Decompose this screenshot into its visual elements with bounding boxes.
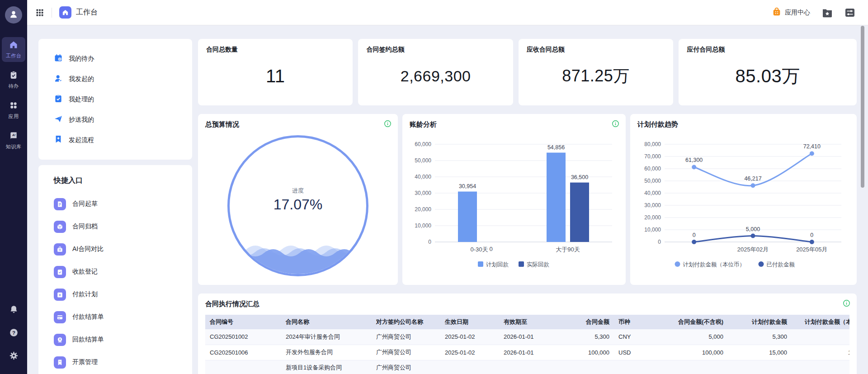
payment-trend-line-chart: 010,00020,00030,00040,00050,00060,00070,… bbox=[637, 129, 849, 273]
ai-book-icon: AI bbox=[9, 131, 18, 142]
workbench-home-icon[interactable] bbox=[59, 6, 71, 19]
table-title: 合同执行情况汇总 bbox=[205, 300, 849, 308]
svg-text:0: 0 bbox=[810, 232, 813, 238]
table-cell: 新项目1设备采购合同 bbox=[281, 360, 372, 374]
table-cell bbox=[792, 329, 849, 345]
quick-item-label: 合同归档 bbox=[72, 223, 98, 231]
page-body: 我的待办 我发起的 我处理的 抄送我的 发起流程 快捷入口 合同起草 合同归档 bbox=[27, 25, 868, 374]
quick-item-3[interactable]: 收款登记 bbox=[54, 260, 177, 283]
svg-text:40,000: 40,000 bbox=[415, 174, 431, 180]
table-cell: 广州商贸公司 bbox=[372, 345, 440, 360]
svg-text:60,000: 60,000 bbox=[644, 166, 661, 172]
info-icon[interactable] bbox=[384, 120, 392, 128]
column-header: 合同金额 bbox=[560, 315, 614, 329]
rail-nav: 工作台 待办 应用 AI 知识库 bbox=[0, 37, 27, 158]
invoice-manage-icon bbox=[54, 356, 66, 369]
clipboard-done-icon bbox=[54, 94, 63, 104]
rail-item-label: 待办 bbox=[9, 83, 19, 90]
svg-text:54,856: 54,856 bbox=[547, 144, 565, 151]
menu-item-3[interactable]: 抄送我的 bbox=[54, 109, 177, 130]
bell-icon[interactable] bbox=[9, 305, 19, 316]
svg-text:0: 0 bbox=[489, 246, 492, 252]
quick-item-2[interactable]: AI合同对比 bbox=[54, 238, 177, 260]
table-row[interactable]: 新项目1设备采购合同广州商贸公司 bbox=[205, 360, 849, 374]
svg-text:40,000: 40,000 bbox=[644, 190, 661, 196]
main-content: 合同总数量 11 合同签约总额 2,669,300 应收合同总额 871.25万… bbox=[198, 39, 857, 374]
quick-item-1[interactable]: 合同归档 bbox=[54, 215, 177, 238]
collection-statement-icon: ¥ bbox=[54, 334, 66, 346]
info-icon[interactable] bbox=[612, 120, 619, 128]
rail-item-todo[interactable]: 待办 bbox=[2, 67, 25, 92]
contract-summary-panel: 合同执行情况汇总 合同编号合同名称对方签约公司名称生效日期有效期至合同金额币种合… bbox=[198, 294, 857, 374]
archive-box-icon bbox=[54, 221, 66, 233]
table-cell bbox=[660, 360, 728, 374]
svg-text:实际回款: 实际回款 bbox=[527, 261, 550, 268]
column-header: 对方签约公司名称 bbox=[372, 315, 440, 329]
stat-value: 2,669,300 bbox=[366, 54, 505, 99]
column-header: 计划付款金额（本位币） bbox=[792, 315, 849, 329]
home-icon bbox=[9, 40, 18, 51]
gauge-label: 进度 bbox=[230, 187, 366, 195]
help-icon[interactable]: ? bbox=[9, 328, 19, 339]
quick-item-label: 回款结算单 bbox=[72, 336, 104, 344]
menu-item-0[interactable]: 我的待办 bbox=[54, 48, 177, 69]
svg-text:0-30天: 0-30天 bbox=[470, 246, 488, 253]
contract-draft-icon bbox=[54, 198, 66, 210]
vertical-scrollbar-thumb[interactable] bbox=[861, 26, 864, 188]
app-launcher-icon[interactable] bbox=[35, 8, 44, 17]
favorites-folder-icon[interactable] bbox=[822, 8, 833, 18]
column-header: 合同金额(不含税) bbox=[660, 315, 728, 329]
menu-item-2[interactable]: 我处理的 bbox=[54, 89, 177, 109]
svg-text:46,217: 46,217 bbox=[744, 175, 761, 182]
quick-entry-card: 快捷入口 合同起草 合同归档 AI合同对比 收款登记 ¥ 付款计划 付款结算单 … bbox=[38, 165, 192, 374]
menu-item-4[interactable]: 发起流程 bbox=[54, 130, 177, 150]
app-center-label: 应用中心 bbox=[785, 9, 810, 17]
table-cell: 2024年审计服务合同 bbox=[281, 329, 372, 345]
payment-statement-icon bbox=[54, 311, 66, 323]
rail-item-knowledge[interactable]: AI 知识库 bbox=[2, 128, 25, 153]
quick-item-4[interactable]: ¥ 付款计划 bbox=[54, 283, 177, 306]
table-cell: 广州商贸公司 bbox=[372, 360, 440, 374]
table-cell: 100,000 bbox=[660, 345, 728, 360]
water-wave bbox=[229, 238, 368, 275]
app-center-button[interactable]: 应用中心 bbox=[772, 7, 810, 18]
table-row[interactable]: CG202501006开发外包服务合同广州商贸公司2025-01-022026-… bbox=[205, 345, 849, 360]
payment-trend-panel: 计划付款趋势 010,00020,00030,00040,00050,00060… bbox=[630, 114, 857, 285]
table-cell bbox=[614, 360, 660, 374]
gear-icon[interactable] bbox=[9, 351, 19, 362]
table-cell: 广州商贸公司 bbox=[372, 329, 440, 345]
rail-bottom-icons: ? bbox=[0, 305, 27, 362]
stats-row: 合同总数量 11 合同签约总额 2,669,300 应收合同总额 871.25万… bbox=[198, 39, 857, 105]
quick-item-label: 付款结算单 bbox=[72, 313, 104, 321]
quick-item-7[interactable]: 开票管理 bbox=[54, 351, 177, 374]
contract-table: 合同编号合同名称对方签约公司名称生效日期有效期至合同金额币种合同金额(不含税)计… bbox=[205, 315, 849, 374]
quick-item-5[interactable]: 付款结算单 bbox=[54, 306, 177, 328]
table-cell bbox=[792, 360, 849, 374]
table-cell: 5,000 bbox=[660, 329, 728, 345]
quick-item-0[interactable]: 合同起草 bbox=[54, 193, 177, 215]
svg-text:0: 0 bbox=[693, 232, 696, 238]
settings-sliders-icon[interactable] bbox=[844, 8, 855, 18]
table-cell bbox=[205, 360, 281, 374]
column-header: 合同名称 bbox=[281, 315, 372, 329]
info-icon[interactable] bbox=[843, 299, 850, 307]
table-row[interactable]: CG2025010022024年审计服务合同广州商贸公司2025-01-0220… bbox=[205, 329, 849, 345]
rail-item-apps[interactable]: 应用 bbox=[2, 98, 25, 123]
receipt-register-icon bbox=[54, 266, 66, 278]
menu-item-1[interactable]: 我发起的 bbox=[54, 69, 177, 89]
svg-text:61,300: 61,300 bbox=[685, 157, 703, 163]
calendar-todo-icon bbox=[54, 53, 63, 64]
svg-text:30,000: 30,000 bbox=[644, 202, 661, 208]
svg-text:36,500: 36,500 bbox=[571, 174, 588, 180]
user-initiated-icon bbox=[54, 74, 63, 84]
user-avatar[interactable] bbox=[5, 6, 22, 24]
aging-analysis-panel: 账龄分析 010,00020,00030,00040,00050,00060,0… bbox=[402, 114, 626, 285]
svg-text:50,000: 50,000 bbox=[415, 157, 431, 164]
table-cell: 2025-01-02 bbox=[440, 329, 499, 345]
quick-item-6[interactable]: ¥ 回款结算单 bbox=[54, 328, 177, 351]
rail-item-workbench[interactable]: 工作台 bbox=[2, 37, 25, 62]
column-header: 计划付款金额 bbox=[728, 315, 792, 329]
menu-item-label: 我处理的 bbox=[69, 95, 94, 104]
rail-item-label: 知识库 bbox=[6, 143, 22, 150]
inner-sidebar: 我的待办 我发起的 我处理的 抄送我的 发起流程 快捷入口 合同起草 合同归档 bbox=[38, 39, 192, 374]
